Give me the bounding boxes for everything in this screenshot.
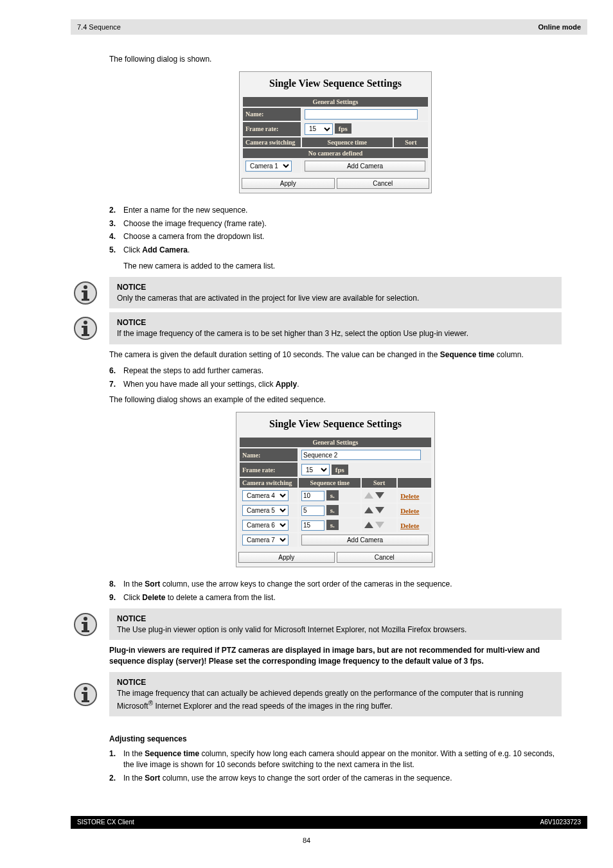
fig1-nocam: No cameras defined [243, 148, 428, 158]
svg-point-6 [84, 321, 87, 324]
sort-down-icon[interactable] [375, 507, 384, 513]
fig1-fps-label: fps [335, 123, 351, 134]
adjust-steps: 1.In the Sequence time column, specify h… [109, 748, 562, 783]
fig2-switching-header: Camera switching [240, 478, 298, 488]
mid-steps-1: 6.Repeat the steps to add further camera… [109, 366, 562, 390]
intro-steps: 2.Enter a name for the new sequence. 3.C… [109, 205, 562, 256]
fig1-camera-select[interactable]: Camera 1 [245, 161, 292, 172]
svg-rect-19 [82, 692, 85, 694]
fig2-s-unit: s. [326, 520, 339, 530]
footer-right: A6V10233723 [540, 819, 581, 826]
fig2-row-camera-select[interactable]: Camera 6 [242, 520, 289, 531]
svg-rect-9 [82, 326, 85, 328]
fig2-name-input[interactable] [301, 450, 421, 460]
fig2-add-camera-button[interactable]: Add Camera [301, 535, 429, 545]
fig2-fps-label: fps [332, 465, 348, 475]
fig2-row-time-input[interactable] [301, 491, 324, 501]
fig2-rate-label: Frame rate: [240, 463, 298, 477]
notice-box-2: NOTICE If the image frequency of the cam… [109, 312, 562, 344]
header-section: 7.4 Sequence [77, 23, 538, 31]
fig1-name-input[interactable] [305, 109, 418, 120]
fig2-general-header: General Settings [240, 438, 431, 447]
fig2-camera-select[interactable]: Camera 7 [242, 535, 289, 545]
svg-rect-8 [82, 334, 89, 336]
intro-p2: The new camera is added to the camera li… [123, 261, 562, 272]
intro-p1: The following dialog is shown. [109, 54, 562, 65]
fig2-apply-button[interactable]: Apply [238, 552, 335, 563]
info-icon [71, 682, 100, 707]
page-number: 84 [26, 837, 587, 844]
svg-rect-4 [82, 290, 85, 292]
sort-up-icon[interactable] [364, 522, 373, 528]
sort-down-icon[interactable] [375, 522, 384, 528]
notice-box-1: NOTICE Only the cameras that are activat… [109, 277, 562, 309]
sort-up-icon[interactable] [364, 492, 373, 499]
info-icon [71, 612, 100, 637]
notice-box-3: NOTICE The Use plug-in viewer option is … [109, 608, 562, 641]
header-chapter: Online mode [538, 23, 581, 31]
figure-sequence-filled: Single View Sequence Settings General Se… [236, 412, 435, 567]
svg-point-1 [84, 285, 87, 289]
subheading-adjusting: Adjusting sequences [109, 734, 562, 743]
svg-rect-18 [82, 700, 89, 702]
fig2-name-label: Name: [240, 448, 298, 461]
fig1-sort-header: Sort [394, 137, 428, 147]
page-header: 7.4 Sequence Online mode [71, 19, 587, 35]
fig1-apply-button[interactable]: Apply [242, 178, 335, 189]
sort-up-icon[interactable] [364, 507, 373, 513]
fig2-row-camera-select[interactable]: Camera 5 [242, 505, 289, 516]
fig1-seqtime-header: Sequence time [302, 137, 393, 147]
fig1-general-header: General Settings [243, 97, 428, 107]
fig2-row-time-input[interactable] [301, 506, 324, 516]
fig1-title: Single View Sequence Settings [242, 74, 429, 96]
notice-box-4: NOTICE The image frequency that can actu… [109, 672, 562, 716]
fig2-delete-link[interactable]: Delete [400, 522, 419, 529]
svg-rect-13 [82, 630, 89, 632]
fig1-switching-header: Camera switching [243, 137, 301, 147]
fig2-title: Single View Sequence Settings [238, 414, 432, 436]
fig2-seqtime-header: Sequence time [299, 478, 360, 488]
svg-point-11 [84, 617, 87, 621]
info-icon [71, 315, 100, 341]
fig2-sort-header: Sort [362, 478, 396, 488]
footer-left: SISTORE CX Client [77, 819, 540, 826]
svg-rect-3 [82, 299, 89, 301]
fig2-s-unit: s. [326, 505, 339, 515]
fig2-rate-select[interactable]: 15 [301, 464, 330, 475]
fig1-cancel-button[interactable]: Cancel [337, 178, 430, 189]
info-icon [71, 280, 100, 306]
page-footer: SISTORE CX Client A6V10233723 [71, 816, 587, 829]
svg-point-16 [84, 687, 87, 691]
svg-rect-14 [82, 622, 85, 624]
mid-p2: The following dialog shows an example of… [109, 394, 562, 405]
fig2-delete-link[interactable]: Delete [400, 492, 419, 500]
fig2-s-unit: s. [326, 490, 339, 500]
sort-down-icon[interactable] [375, 492, 384, 499]
mid-p1: The camera is given the default duration… [109, 350, 562, 360]
fig1-add-camera-button[interactable]: Add Camera [305, 161, 425, 172]
fig1-rate-label: Frame rate: [243, 122, 301, 136]
fig2-row-time-input[interactable] [301, 520, 324, 531]
fig2-delete-link[interactable]: Delete [400, 507, 419, 515]
bold-warning: Plug-in viewers are required if PTZ came… [109, 645, 562, 667]
fig1-rate-select[interactable]: 15 [305, 123, 333, 135]
mid-steps-2: 8.In the Sort column, use the arrow keys… [109, 579, 562, 603]
figure-sequence-empty: Single View Sequence Settings General Se… [239, 71, 432, 193]
fig2-row-camera-select[interactable]: Camera 4 [242, 490, 289, 501]
fig2-cancel-button[interactable]: Cancel [337, 552, 433, 563]
fig1-name-label: Name: [243, 108, 301, 121]
